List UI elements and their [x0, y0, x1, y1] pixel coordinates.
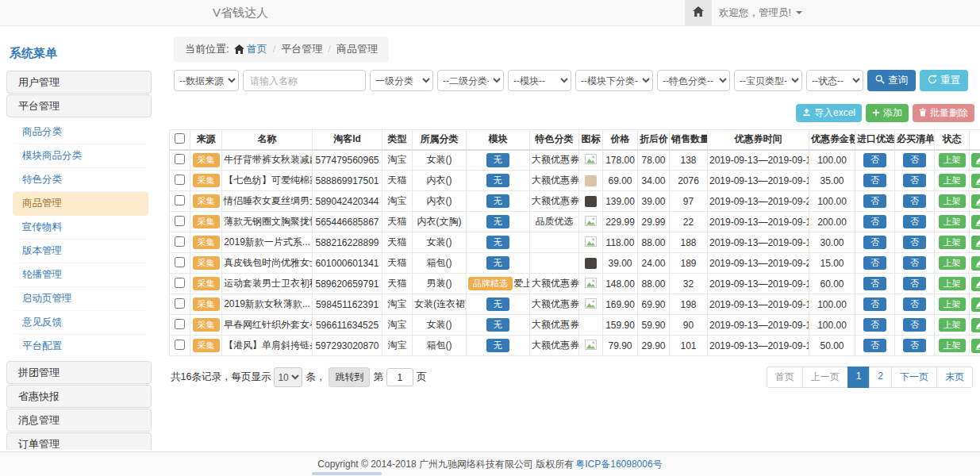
query-button[interactable]: 查询: [867, 70, 916, 91]
edit-button[interactable]: [971, 215, 980, 229]
imported-badge[interactable]: 否: [863, 277, 886, 291]
status-badge[interactable]: 上架: [939, 339, 966, 353]
imported-badge[interactable]: 否: [863, 174, 886, 188]
reset-button[interactable]: 重置: [920, 70, 968, 91]
column-header: 类型: [382, 130, 413, 150]
imported-badge[interactable]: 否: [863, 256, 886, 271]
must-buy-badge[interactable]: 否: [903, 215, 926, 229]
filter-select-6[interactable]: --宝贝类型--: [734, 70, 802, 91]
must-buy-badge[interactable]: 否: [903, 339, 926, 353]
edit-button[interactable]: [971, 236, 980, 250]
pager-current-page[interactable]: 1: [847, 367, 870, 388]
row-checkbox[interactable]: [175, 175, 185, 185]
sidebar-subitem[interactable]: 启动页管理: [13, 287, 148, 311]
row-checkbox[interactable]: [175, 154, 185, 164]
jump-page-input[interactable]: [386, 368, 413, 386]
imported-badge[interactable]: 否: [863, 215, 886, 229]
imported-badge[interactable]: 否: [863, 339, 886, 353]
sidebar-group-5[interactable]: 订单管理: [6, 432, 152, 450]
sidebar-subitem[interactable]: 模块商品分类: [13, 144, 148, 168]
sidebar-subitem[interactable]: 商品管理: [13, 192, 148, 216]
imported-badge[interactable]: 否: [863, 298, 886, 312]
filter-select-1[interactable]: 一级分类: [370, 70, 433, 91]
row-checkbox[interactable]: [175, 278, 185, 288]
status-badge[interactable]: 上架: [939, 215, 966, 229]
sales-count: 188: [670, 232, 708, 253]
edit-button[interactable]: [971, 298, 980, 312]
must-buy-badge[interactable]: 否: [903, 298, 926, 312]
row-checkbox[interactable]: [175, 216, 185, 226]
must-buy-badge[interactable]: 否: [903, 236, 926, 250]
imported-badge[interactable]: 否: [863, 318, 886, 332]
row-checkbox[interactable]: [175, 298, 185, 309]
must-buy-badge[interactable]: 否: [903, 174, 926, 188]
sidebar-subitem[interactable]: 轮播管理: [13, 263, 148, 287]
status-badge[interactable]: 上架: [939, 318, 966, 332]
row-checkbox[interactable]: [175, 257, 185, 267]
status-badge[interactable]: 上架: [939, 256, 966, 271]
sidebar-group-2[interactable]: 拼团管理: [6, 361, 152, 384]
user-menu[interactable]: 欢迎您，管理员!: [719, 0, 802, 25]
sidebar-subitem[interactable]: 宣传物料: [13, 216, 148, 240]
row-checkbox[interactable]: [175, 319, 185, 329]
breadcrumb-home-link[interactable]: 首页: [247, 43, 267, 55]
horizontal-scrollbar-thumb[interactable]: [312, 472, 382, 475]
edit-button[interactable]: [971, 339, 980, 353]
row-checkbox[interactable]: [175, 340, 185, 350]
add-button[interactable]: 添加: [866, 104, 909, 122]
breadcrumb-item-goods: 商品管理: [336, 43, 378, 55]
must-buy-badge[interactable]: 否: [903, 194, 926, 209]
sidebar-group-0[interactable]: 用户管理: [6, 71, 152, 94]
edit-button[interactable]: [971, 256, 980, 271]
pager-item[interactable]: 下一页: [891, 367, 937, 388]
sidebar-subitem[interactable]: 平台配置: [13, 335, 148, 358]
filter-select-2[interactable]: --二级分类--: [437, 70, 504, 91]
status-badge[interactable]: 上架: [939, 298, 966, 312]
sidebar-group-4[interactable]: 消息管理: [6, 409, 152, 432]
filter-select-4[interactable]: --模块下分类--: [575, 70, 653, 91]
edit-button[interactable]: [971, 277, 980, 291]
filter-select-7[interactable]: --状态--: [806, 70, 863, 91]
status-badge[interactable]: 上架: [939, 174, 966, 188]
price: 229.99: [603, 212, 638, 232]
status-badge[interactable]: 上架: [939, 153, 966, 167]
imported-badge[interactable]: 否: [863, 236, 886, 250]
imported-badge[interactable]: 否: [863, 153, 886, 167]
status-badge[interactable]: 上架: [939, 277, 966, 291]
status-badge[interactable]: 上架: [939, 194, 966, 209]
sidebar-subitem[interactable]: 版本管理: [13, 240, 148, 263]
home-button[interactable]: [685, 0, 712, 25]
sidebar-subitem[interactable]: 特色分类: [13, 168, 148, 192]
batch-delete-button[interactable]: 批量删除: [913, 104, 974, 122]
status-badge[interactable]: 上架: [939, 236, 966, 250]
filter-select-3[interactable]: --模块--: [508, 70, 571, 91]
pager-item[interactable]: 上一页: [802, 367, 848, 388]
pager-item[interactable]: 2: [869, 367, 892, 388]
coupon-time: 2019-09-13—2019-09-18: [708, 171, 809, 191]
sidebar-subitem[interactable]: 商品分类: [13, 121, 148, 144]
sidebar-group-1[interactable]: 平台管理: [6, 94, 152, 117]
edit-button[interactable]: [971, 174, 980, 188]
filter-select-5[interactable]: --特色分类--: [657, 70, 730, 91]
row-checkbox[interactable]: [175, 236, 185, 247]
sidebar-subitem[interactable]: 意见反馈: [13, 311, 148, 335]
must-buy-badge[interactable]: 否: [903, 256, 926, 271]
page-size-select[interactable]: 10: [274, 367, 302, 387]
filter-select-0[interactable]: --数据来源--: [174, 70, 239, 91]
must-buy-badge[interactable]: 否: [903, 277, 926, 291]
edit-button[interactable]: [971, 318, 980, 332]
pager-item[interactable]: 首页: [767, 367, 803, 388]
imported-badge[interactable]: 否: [863, 194, 886, 209]
row-checkbox[interactable]: [175, 195, 185, 205]
must-buy-badge[interactable]: 否: [903, 153, 926, 167]
must-buy-badge[interactable]: 否: [903, 318, 926, 332]
select-all-checkbox[interactable]: [175, 133, 185, 144]
edit-button[interactable]: [971, 153, 980, 167]
pager-item[interactable]: 末页: [936, 367, 973, 388]
edit-button[interactable]: [971, 194, 980, 209]
import-excel-button[interactable]: 导入excel: [796, 104, 862, 122]
icp-link[interactable]: 粤ICP备16098006号: [575, 458, 662, 471]
name-search-input[interactable]: [243, 70, 366, 91]
jump-button[interactable]: 跳转到: [329, 367, 370, 387]
sidebar-group-3[interactable]: 省惠快报: [6, 385, 152, 408]
